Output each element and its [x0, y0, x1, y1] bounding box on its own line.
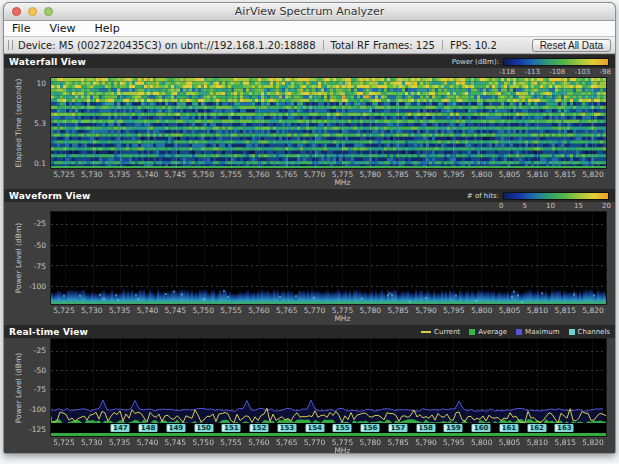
waveform-y-axis: Power Level (dBm) -25-50-75-100 [4, 211, 50, 305]
channel-badge: 149 [166, 424, 185, 432]
channel-badge: 160 [472, 424, 491, 432]
x-tick-label: 5,725 [53, 170, 74, 179]
x-tick-label: 5,780 [360, 306, 381, 315]
y-tick-label: 5.3 [34, 119, 46, 128]
power-colorbar-gradient [503, 58, 609, 66]
power-colorbar-ticks: -118-113-108-103-98 [4, 68, 615, 77]
channel-badge: 147 [111, 424, 130, 432]
channel-badge: 161 [499, 424, 518, 432]
x-tick-label: 5,780 [360, 170, 381, 179]
channel-badge: 159 [444, 424, 463, 432]
waveform-header: Waveform View # of hits: [4, 189, 615, 202]
x-tick-label: 5,765 [276, 170, 297, 179]
separator [442, 40, 443, 50]
x-tick-label: 5,790 [415, 438, 436, 447]
x-tick-label: 5,770 [304, 170, 325, 179]
realtime-channels-strip: 1471481491501511521531541551561571581591… [51, 423, 606, 433]
legend-channels: Channels [569, 328, 610, 336]
y-tick-label: -100 [29, 282, 46, 291]
colorbar-tick-label: -108 [549, 68, 565, 77]
y-tick-label: -75 [34, 385, 46, 394]
x-tick-label: 5,795 [443, 306, 464, 315]
x-tick-label: 5,800 [471, 438, 492, 447]
waterfall-y-axis: Elapsed Time (seconds) 105.30.1 [4, 77, 50, 169]
x-tick-label: 5,725 [53, 438, 74, 447]
y-tick-label: -75 [34, 261, 46, 270]
realtime-header: Real-time View CurrentAverageMaximumChan… [4, 325, 615, 338]
x-tick-label: 5,745 [165, 170, 186, 179]
x-tick-label: 5,810 [527, 306, 548, 315]
x-tick-label: 5,780 [360, 438, 381, 447]
channel-badge: 156 [361, 424, 380, 432]
realtime-title: Real-time View [9, 327, 88, 337]
x-tick-label: 5,805 [499, 306, 520, 315]
realtime-plot[interactable]: 1471481491501511521531541551561571581591… [50, 338, 607, 437]
menu-view[interactable]: View [49, 22, 75, 35]
power-colorbar-label: Power (dBm): [452, 58, 499, 66]
channel-badge: 155 [333, 424, 352, 432]
y-tick-label: -50 [34, 240, 46, 249]
hits-colorbar-gradient [503, 192, 609, 200]
channel-badge: 154 [305, 424, 324, 432]
x-tick-label: 5,790 [415, 306, 436, 315]
hits-colorbar-label: # of hits: [467, 192, 499, 200]
x-tick-label: 5,770 [304, 306, 325, 315]
channel-badge: 163 [555, 424, 574, 432]
x-tick-label: 5,765 [276, 438, 297, 447]
status-bar: Device: M5 (0027220435C3) on ubnt://192.… [4, 37, 615, 54]
y-tick-label: -50 [34, 365, 46, 374]
x-tick-label: 5,755 [220, 306, 241, 315]
legend-current: Current [421, 328, 460, 336]
x-tick-label: 5,740 [137, 170, 158, 179]
x-tick-label: 5,750 [192, 306, 213, 315]
waveform-canvas [51, 212, 606, 304]
colorbar-tick-label: 20 [602, 202, 611, 211]
x-tick-label: 5,820 [582, 170, 603, 179]
x-tick-label: 5,740 [137, 306, 158, 315]
close-button[interactable] [12, 7, 21, 16]
waterfall-y-label: Elapsed Time (seconds) [14, 78, 23, 167]
colorbar-tick-label: -103 [574, 68, 590, 77]
x-tick-label: 5,730 [81, 306, 102, 315]
waveform-x-axis: 5,7255,7305,7355,7405,7455,7505,7555,760… [50, 305, 607, 323]
window-controls [12, 7, 53, 16]
x-tick-label: 5,810 [527, 438, 548, 447]
minimize-button[interactable] [28, 7, 37, 16]
x-tick-label: 5,750 [192, 438, 213, 447]
x-tick-label: 5,815 [554, 170, 575, 179]
x-tick-label: 5,750 [192, 170, 213, 179]
menu-help[interactable]: Help [95, 22, 120, 35]
x-tick-label: 5,805 [499, 170, 520, 179]
zoom-button[interactable] [44, 7, 53, 16]
channel-badge: 150 [194, 424, 213, 432]
colorbar-tick-label: 0 [499, 202, 503, 211]
current-swatch-icon [421, 331, 431, 333]
x-tick-label: 5,815 [554, 306, 575, 315]
waterfall-plot[interactable] [50, 77, 607, 169]
y-tick-label: 10 [36, 79, 46, 88]
x-tick-label: 5,770 [304, 438, 325, 447]
realtime-legend: CurrentAverageMaximumChannels [421, 328, 610, 336]
x-tick-label: 5,735 [109, 438, 130, 447]
colorbar-tick-label: 10 [546, 202, 555, 211]
x-tick-label: 5,740 [137, 438, 158, 447]
x-axis-unit-label: MHz [334, 314, 350, 323]
colorbar-tick-label: 5 [523, 202, 527, 211]
channel-badge: 152 [250, 424, 269, 432]
reset-all-data-button[interactable]: Reset All Data [532, 39, 611, 52]
x-tick-label: 5,795 [443, 438, 464, 447]
y-tick-label: -25 [34, 345, 46, 354]
x-tick-label: 5,760 [248, 170, 269, 179]
x-tick-label: 5,790 [415, 170, 436, 179]
waveform-plot[interactable] [50, 211, 607, 305]
title-bar[interactable]: AirView Spectrum Analyzer [4, 3, 615, 21]
window-title: AirView Spectrum Analyzer [235, 5, 384, 18]
menu-file[interactable]: File [12, 22, 30, 35]
x-tick-label: 5,810 [527, 170, 548, 179]
y-tick-label: -25 [34, 219, 46, 228]
realtime-section: Real-time View CurrentAverageMaximumChan… [4, 325, 615, 453]
x-tick-label: 5,760 [248, 438, 269, 447]
separator [323, 40, 324, 50]
waterfall-header: Waterfall View Power (dBm): [4, 55, 615, 68]
x-tick-label: 5,800 [471, 306, 492, 315]
